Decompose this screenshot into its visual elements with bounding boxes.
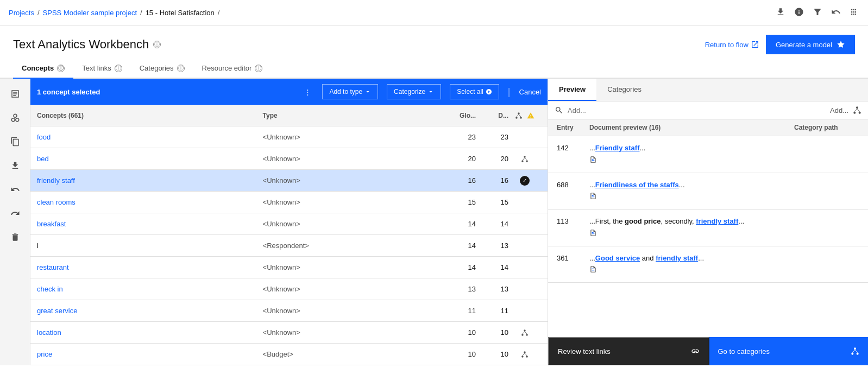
- preview-good-service-highlight[interactable]: Good service: [595, 254, 640, 262]
- svg-line-28: [854, 109, 857, 111]
- sidebar-table-icon[interactable]: [4, 83, 26, 105]
- preview-highlight[interactable]: Friendliness of the staffs: [595, 181, 679, 189]
- glo-cell: 10: [443, 350, 476, 358]
- concept-cell[interactable]: bed: [37, 155, 263, 163]
- glo-cell: 16: [443, 176, 476, 185]
- filter-icon[interactable]: [813, 7, 822, 18]
- table-row[interactable]: price <Budget> 10 10: [30, 344, 548, 365]
- categories-info-icon[interactable]: ⓘ: [177, 65, 185, 72]
- table-row[interactable]: location <Unknown> 10 10: [30, 322, 548, 344]
- svg-line-29: [857, 109, 860, 111]
- table-row[interactable]: clean rooms <Unknown> 15 15: [30, 192, 548, 213]
- go-to-categories-button[interactable]: Go to categories: [709, 337, 869, 365]
- svg-point-1: [515, 117, 518, 119]
- svg-point-2: [520, 117, 522, 119]
- add-network-icon[interactable]: [853, 106, 861, 115]
- add-to-type-button[interactable]: Add to type: [322, 84, 378, 99]
- type-cell: <Unknown>: [263, 263, 443, 271]
- concept-cell[interactable]: restaurant: [37, 263, 263, 271]
- return-to-flow-link[interactable]: Return to flow: [705, 40, 759, 49]
- sidebar-copy-icon[interactable]: [4, 131, 26, 153]
- preview-row: 361 ...Good service and friendly staff..…: [548, 246, 868, 283]
- glo-cell: 23: [443, 133, 476, 141]
- table-row[interactable]: breakfast <Unknown> 14 14: [30, 213, 548, 235]
- sidebar-undo-icon[interactable]: [4, 179, 26, 200]
- table-row[interactable]: restaurant <Unknown> 14 14: [30, 257, 548, 278]
- d-cell: 11: [476, 307, 508, 315]
- preview-row: 113 ...First, the good price, secondly, …: [548, 210, 868, 246]
- review-text-links-button[interactable]: Review text links: [548, 337, 709, 365]
- tab-resource-editor[interactable]: Resource editor ⓘ: [193, 59, 272, 79]
- preview-entry-cell: 361: [557, 253, 589, 262]
- search-icon: [555, 106, 563, 115]
- preview-friendly-staff-highlight[interactable]: friendly staff: [656, 254, 698, 262]
- concept-cell[interactable]: great service: [37, 307, 263, 315]
- info-icon[interactable]: [794, 7, 804, 18]
- generate-model-button[interactable]: Generate a model: [766, 35, 855, 54]
- preview-tab-preview[interactable]: Preview: [548, 79, 596, 101]
- table-row[interactable]: food <Unknown> 23 23: [30, 126, 548, 148]
- type-cell: <Unknown>: [263, 220, 443, 228]
- preview-row: 142 ...Friendly staff...: [548, 136, 868, 173]
- preview-doc-icon: [589, 156, 794, 166]
- project-link[interactable]: SPSS Modeler sample project: [43, 9, 137, 17]
- sidebar-network-icon[interactable]: [4, 107, 26, 129]
- concept-cell[interactable]: clean rooms: [37, 198, 263, 206]
- resource-editor-info-icon[interactable]: ⓘ: [255, 65, 262, 72]
- download-icon[interactable]: [776, 7, 785, 18]
- sidebar-delete-icon[interactable]: [4, 226, 26, 248]
- concepts-info-icon[interactable]: ⓘ: [57, 65, 65, 72]
- table-row[interactable]: i <Respondent> 14 13: [30, 235, 548, 257]
- preview-row: 688 ...Friendliness of the staffs...: [548, 173, 868, 210]
- concept-cell[interactable]: breakfast: [37, 220, 263, 228]
- go-to-categories-icon: [851, 347, 859, 356]
- concept-cell[interactable]: location: [37, 328, 263, 337]
- table-row[interactable]: friendly staff <Unknown> 16 16 ✓: [30, 170, 548, 192]
- glo-cell: 14: [443, 242, 476, 250]
- d-cell: 15: [476, 198, 508, 206]
- preview-doc-text: ...Friendliness of the staffs...: [589, 180, 794, 191]
- table-row[interactable]: great service <Unknown> 11 11: [30, 300, 548, 322]
- top-nav-icons: [776, 7, 859, 18]
- select-all-button[interactable]: Select all: [450, 84, 499, 99]
- table-header: Concepts (661) Type Glo... D...: [30, 105, 548, 126]
- preview-doc-text: ...First, the good price, secondly, frie…: [589, 216, 794, 227]
- text-links-info-icon[interactable]: ⓘ: [115, 65, 122, 72]
- preview-bottom-actions: Review text links Go to categories: [548, 337, 868, 365]
- sidebar-redo-icon[interactable]: [4, 202, 26, 224]
- tab-text-links[interactable]: Text links ⓘ: [73, 59, 130, 79]
- glo-cell: 10: [443, 328, 476, 337]
- preview-highlight[interactable]: friendly staff: [696, 217, 738, 225]
- tab-categories[interactable]: Categories ⓘ: [131, 59, 193, 79]
- concept-cell[interactable]: friendly staff: [37, 176, 263, 185]
- undo-icon[interactable]: [831, 7, 841, 18]
- toolbar-more-icon[interactable]: ⋮: [302, 86, 313, 98]
- concept-cell[interactable]: i: [37, 242, 263, 250]
- table-row[interactable]: bed <Unknown> 20 20: [30, 148, 548, 170]
- concept-cell[interactable]: food: [37, 133, 263, 141]
- tab-concepts[interactable]: Concepts ⓘ: [13, 59, 73, 79]
- type-cell: <Unknown>: [263, 155, 443, 163]
- cancel-button[interactable]: Cancel: [519, 88, 541, 96]
- preview-highlight[interactable]: Friendly staff: [595, 144, 640, 152]
- preview-doc-icon: [589, 265, 794, 276]
- svg-line-3: [517, 114, 519, 117]
- title-info-icon[interactable]: ⓘ: [153, 41, 161, 48]
- preview-col-doc-header: Document preview (16): [589, 124, 794, 131]
- svg-point-0: [518, 112, 520, 115]
- projects-link[interactable]: Projects: [9, 9, 34, 17]
- breadcrumb: Projects / SPSS Modeler sample project /…: [9, 9, 219, 17]
- table-row[interactable]: check in <Unknown> 13 13: [30, 278, 548, 300]
- svg-point-16: [521, 356, 524, 358]
- svg-point-6: [521, 160, 524, 162]
- check-icon: ✓: [520, 176, 530, 186]
- concept-cell[interactable]: price: [37, 350, 263, 358]
- type-cell: <Unknown>: [263, 328, 443, 337]
- sidebar-export-icon[interactable]: [4, 155, 26, 176]
- svg-line-33: [852, 350, 855, 352]
- concept-cell[interactable]: check in: [37, 285, 263, 293]
- categorize-button[interactable]: Categorize: [387, 84, 441, 99]
- grid-icon[interactable]: [850, 7, 859, 18]
- preview-search-input[interactable]: [568, 106, 826, 115]
- preview-tab-categories[interactable]: Categories: [596, 79, 868, 101]
